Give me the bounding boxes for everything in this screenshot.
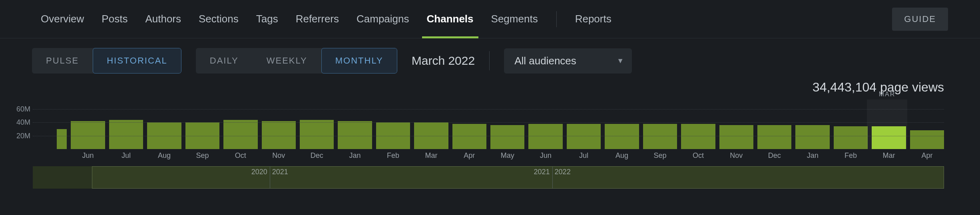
- nav-item-reports[interactable]: Reports: [566, 0, 620, 38]
- granularity-tab-weekly[interactable]: WEEKLY: [253, 48, 321, 74]
- y-tick-label: 20M: [16, 131, 30, 140]
- bar-slot[interactable]: [719, 109, 753, 149]
- bar: [910, 130, 944, 149]
- context-chart[interactable]: 2020202120212022: [33, 166, 944, 189]
- mode-tab-pulse[interactable]: PULSE: [32, 48, 93, 74]
- bar: [338, 121, 372, 149]
- bar: [452, 124, 486, 149]
- x-tick-label: Jul: [109, 151, 143, 160]
- bar: [719, 125, 753, 149]
- x-tick-label: Apr: [452, 151, 486, 160]
- bar-slot[interactable]: [338, 109, 372, 149]
- nav-item-campaigns[interactable]: Campaigns: [348, 0, 418, 38]
- x-tick-label: Jan: [795, 151, 829, 160]
- x-tick-label: Sep: [185, 151, 219, 160]
- guide-button[interactable]: GUIDE: [892, 8, 948, 31]
- bar-slot[interactable]: [490, 109, 524, 149]
- bar: [223, 120, 257, 149]
- bar-slot[interactable]: [223, 109, 257, 149]
- x-tick-label: Nov: [262, 151, 296, 160]
- x-tick-label: [33, 151, 67, 160]
- x-tick-label: Dec: [300, 151, 334, 160]
- date-label: March 2022: [412, 54, 475, 68]
- bar-slot[interactable]: [757, 109, 791, 149]
- y-tick-label: 60M: [16, 105, 30, 113]
- bar-slot[interactable]: [528, 109, 562, 149]
- bar-slot[interactable]: [414, 109, 448, 149]
- bar: [300, 120, 334, 149]
- x-tick-label: Oct: [681, 151, 715, 160]
- bar: [57, 129, 67, 149]
- bar-slot[interactable]: [834, 109, 868, 149]
- nav-item-sections[interactable]: Sections: [190, 0, 247, 38]
- y-axis: 20M40M60M: [8, 97, 33, 149]
- bar-slot[interactable]: [147, 109, 181, 149]
- bar: [71, 121, 105, 149]
- bar-slot[interactable]: [300, 109, 334, 149]
- x-tick-label: Mar: [414, 151, 448, 160]
- controls-row: PULSEHISTORICAL DAILYWEEKLYMONTHLY March…: [0, 38, 980, 80]
- x-tick-label: Sep: [643, 151, 677, 160]
- x-tick-label: May: [490, 151, 524, 160]
- x-tick-label: Aug: [605, 151, 639, 160]
- bar-slot[interactable]: [681, 109, 715, 149]
- bar: [528, 124, 562, 149]
- mode-tabs: PULSEHISTORICAL: [32, 48, 181, 74]
- x-tick-label: Oct: [223, 151, 257, 160]
- controls-separator: [489, 51, 490, 70]
- x-tick-label: Nov: [719, 151, 753, 160]
- bar: [605, 124, 639, 149]
- summary-unit: page views: [880, 80, 944, 94]
- bar: [757, 125, 791, 149]
- context-brush[interactable]: [92, 166, 944, 189]
- bar: [643, 124, 677, 149]
- bar-slot[interactable]: [605, 109, 639, 149]
- bar-slot[interactable]: [262, 109, 296, 149]
- bar-slot[interactable]: [376, 109, 410, 149]
- bar-slot[interactable]: [567, 109, 601, 149]
- y-tick-label: 40M: [16, 118, 30, 127]
- granularity-tab-daily[interactable]: DAILY: [196, 48, 253, 74]
- bar-slot[interactable]: [33, 109, 67, 149]
- chevron-down-icon: ▼: [617, 57, 624, 65]
- mode-tab-historical[interactable]: HISTORICAL: [93, 48, 181, 74]
- bar-slot[interactable]: [109, 109, 143, 149]
- gridline: [33, 109, 944, 109]
- x-axis: JunJulAugSepOctNovDecJanFebMarAprMayJunJ…: [33, 151, 944, 160]
- nav-item-tags[interactable]: Tags: [247, 0, 287, 38]
- gridline: [33, 136, 944, 136]
- x-tick-label: Dec: [757, 151, 791, 160]
- bar-slot[interactable]: [71, 109, 105, 149]
- bar: [567, 124, 601, 149]
- plot-area: MAR: [33, 109, 944, 149]
- gridline: [33, 122, 944, 123]
- nav-item-authors[interactable]: Authors: [136, 0, 190, 38]
- bar: [109, 120, 143, 149]
- x-tick-label: Aug: [147, 151, 181, 160]
- bar-slot[interactable]: [910, 109, 944, 149]
- x-tick-label: Jul: [567, 151, 601, 160]
- bar: [795, 125, 829, 149]
- audience-dropdown-value: All audiences: [514, 55, 576, 67]
- bar-slot[interactable]: [185, 109, 219, 149]
- granularity-tab-monthly[interactable]: MONTHLY: [321, 48, 397, 74]
- bar-slot[interactable]: [643, 109, 677, 149]
- audience-dropdown[interactable]: All audiences ▼: [504, 48, 632, 74]
- x-tick-label: Jun: [528, 151, 562, 160]
- top-nav: OverviewPostsAuthorsSectionsTagsReferrer…: [0, 0, 980, 38]
- nav-item-referrers[interactable]: Referrers: [287, 0, 348, 38]
- bar: [490, 125, 524, 149]
- bar-slot[interactable]: [795, 109, 829, 149]
- x-tick-label: Feb: [834, 151, 868, 160]
- bar: [262, 121, 296, 149]
- bar-slot[interactable]: [872, 109, 906, 149]
- nav-item-overview[interactable]: Overview: [32, 0, 93, 38]
- nav-separator: [556, 11, 557, 27]
- nav-item-posts[interactable]: Posts: [93, 0, 136, 38]
- granularity-tabs: DAILYWEEKLYMONTHLY: [196, 48, 397, 74]
- x-tick-label: Jan: [338, 151, 372, 160]
- bar-slot[interactable]: [452, 109, 486, 149]
- nav-item-segments[interactable]: Segments: [482, 0, 547, 38]
- bar: [681, 124, 715, 149]
- nav-item-channels[interactable]: Channels: [418, 0, 482, 38]
